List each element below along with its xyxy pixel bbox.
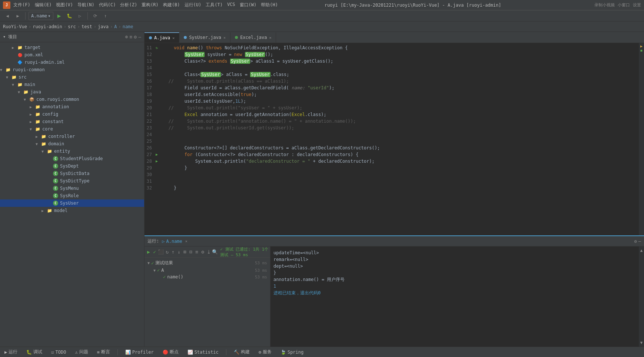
menu-view[interactable]: 视图(V) [56,2,73,8]
test-item-name[interactable]: ▶ ✓ name() 53 ms [145,274,270,280]
tree-item-target[interactable]: ▶ 📁 target [0,44,144,51]
tree-item-domain[interactable]: ▼ 📁 domain [0,140,144,148]
tab-sysuser-java[interactable]: SysUser.java ✕ [179,32,230,43]
tree-item-ruoyi-common[interactable]: ▼ 📁 ruoyi-common [0,66,144,73]
bottom-problems-btn[interactable]: ⚠ 问题 [73,348,89,356]
breadcrumb-item-1[interactable]: ruoyi-admin [33,24,62,29]
settings-btn[interactable]: 设置 [633,2,641,8]
sidebar-icons[interactable]: ⊕ ≡ ⚙ — [125,34,141,40]
tree-item-model[interactable]: ▶ 📁 model [0,207,144,214]
tree-item-constant[interactable]: ▶ 📁 constant [0,118,144,125]
run-expand-btn[interactable]: ⊞ [182,248,187,256]
record-btn[interactable]: 录制小视频 [594,2,615,8]
output-footer[interactable]: 进程已结束，退出代码0 [273,290,636,296]
breadcrumb-item-0[interactable]: RuoYi-Vue [3,24,27,29]
run-settings-icon[interactable]: ⚙ [634,239,637,244]
run-collapse-btn[interactable]: ⊟ [188,248,193,256]
tree-item-studentplus[interactable]: ▶ C StudentPlusGrade [0,155,144,162]
bottom-assert-btn[interactable]: ≡ 断言 [96,348,112,356]
small-window-btn[interactable]: 小窗口 [618,2,630,8]
menu-file[interactable]: 文件(F) [13,2,30,8]
bottom-statistic-btn[interactable]: 📈 Statistic [186,349,220,356]
run-prev-btn[interactable]: ↑ [170,248,176,256]
menu-window[interactable]: 窗口(W) [240,2,257,8]
sidebar-sync-icon[interactable]: ⊕ [125,34,128,40]
run-import-btn[interactable]: ⤓ [206,248,211,256]
bottom-build-btn[interactable]: 🔨 构建 [232,348,251,356]
back-btn[interactable]: ◀ [3,11,12,20]
tree-item-controller[interactable]: ▶ 📁 controller [0,133,144,140]
run-tab-name[interactable]: ▷ A.name ✕ [162,239,187,244]
menu-help[interactable]: 帮助(H) [261,2,278,8]
sidebar-collapse-icon[interactable]: ≡ [130,34,133,40]
breadcrumb-item-2[interactable]: src [68,24,76,29]
breadcrumb-item-5[interactable]: A [114,24,117,29]
run-config-dropdown[interactable]: A.name ▾ [29,12,53,20]
breadcrumb-item-6[interactable]: name [123,24,133,29]
bottom-profiler-btn[interactable]: 📊 Profiler [124,349,155,356]
tree-item-iml[interactable]: ▶ 🔷 ruoyi-admin.iml [0,59,144,66]
tree-item-java[interactable]: ▼ 📁 java [0,88,144,96]
breadcrumb-item-3[interactable]: test [82,24,92,29]
menu-tools[interactable]: 工具(T) [206,2,223,8]
tree-item-main[interactable]: ▼ 📁 main [0,81,144,88]
process-end-link[interactable]: 进程已结束，退出代码0 [273,290,321,295]
sidebar-settings-icon[interactable]: ⚙ [134,34,137,40]
menu-code[interactable]: 代码(C) [99,2,116,8]
debug-button[interactable]: 🐛 [65,11,74,20]
tree-item-sysdictdata[interactable]: ▶ C SysDictData [0,170,144,177]
forward-btn[interactable]: ▶ [13,11,22,20]
git-update-btn[interactable]: ⟳ [91,11,100,20]
run-button[interactable]: ▶ [55,11,64,20]
run-stop-btn[interactable]: ⬛ [158,248,164,256]
test-item-root[interactable]: ▼ ✓ 测试结果 53 ms [145,259,270,267]
tab-close-sysuser[interactable]: ✕ [223,36,226,40]
run-check-btn[interactable]: ✓ [152,248,157,256]
tree-item-sysmenu[interactable]: ▶ C SysMenu [0,185,144,192]
breadcrumb-item-4[interactable]: java [98,24,109,29]
tree-item-sysdept[interactable]: ▶ C SysDept [0,162,144,170]
coverage-button[interactable]: ▷ [76,11,84,20]
bottom-services-btn[interactable]: ⚙ 服务 [257,348,273,356]
menu-nav[interactable]: 导航(N) [77,2,94,8]
test-item-a[interactable]: ▼ ✓ A 53 ms [145,267,270,274]
run-sort-btn[interactable]: ≡ [194,248,199,256]
menu-bar[interactable]: 文件(F) 编辑(E) 视图(V) 导航(N) 代码(C) 分析(Z) 重构(R… [13,2,278,8]
run-output[interactable]: updateTime=<null> remark=<null> dept=<nu… [270,247,639,347]
run-search-btn[interactable]: 🔍 [212,248,218,256]
bottom-spring-btn[interactable]: 🍃 Spring [279,349,305,356]
tree-item-pom[interactable]: ▶ 🔴 pom.xml [0,51,144,59]
menu-analyze[interactable]: 分析(Z) [120,2,137,8]
window-controls[interactable]: 录制小视频 小窗口 设置 [594,2,641,8]
bottom-debug-btn[interactable]: 🐛 调试 [25,348,44,356]
run-tab-close[interactable]: ✕ [185,239,187,243]
tree-item-config[interactable]: ▶ 📁 config [0,110,144,118]
run-filter-btn[interactable]: ⚙ [200,248,205,256]
tab-a-java[interactable]: A.java ✕ [145,32,179,43]
bottom-run-btn[interactable]: ▶ 运行 [3,348,19,356]
run-next-btn[interactable]: ↓ [176,248,182,256]
run-restart-btn[interactable]: ↻ [165,248,170,256]
run-play-btn[interactable]: ▶ [146,248,151,256]
menu-run[interactable]: 运行(U) [185,2,202,8]
tree-item-core[interactable]: ▼ 📁 core [0,125,144,133]
menu-refactor[interactable]: 重构(R) [142,2,159,8]
tab-close-a[interactable]: ✕ [172,36,175,40]
tree-item-sysrole[interactable]: ▶ C SysRole [0,192,144,199]
tree-item-sysuser[interactable]: ▶ C SysUser [0,199,144,207]
tree-item-src[interactable]: ▼ 📁 src [0,73,144,81]
tree-item-sysdicttype[interactable]: ▶ C SysDictType [0,177,144,185]
bottom-todo-btn[interactable]: ☑ TODO [50,349,67,356]
tab-excel-java[interactable]: Excel.java ✕ [230,32,276,43]
bottom-breakpoint-btn[interactable]: 🔴 断点 [161,348,180,356]
git-push-btn[interactable]: ↑ [101,11,110,20]
tree-item-entity[interactable]: ▼ 📁 entity [0,148,144,155]
run-minimize-icon[interactable]: — [638,239,641,244]
tree-item-annotation[interactable]: ▶ 📁 annotation [0,103,144,110]
tab-close-excel[interactable]: ✕ [269,36,271,40]
tree-item-com[interactable]: ▼ 📦 com.ruoyi.common [0,96,144,103]
menu-build[interactable]: 构建(B) [163,2,180,8]
menu-edit[interactable]: 编辑(E) [35,2,52,8]
code-editor[interactable]: 11 ↻ void name() throws NoSuchFieldExcep… [145,43,644,235]
menu-vcs[interactable]: VCS [227,2,235,8]
